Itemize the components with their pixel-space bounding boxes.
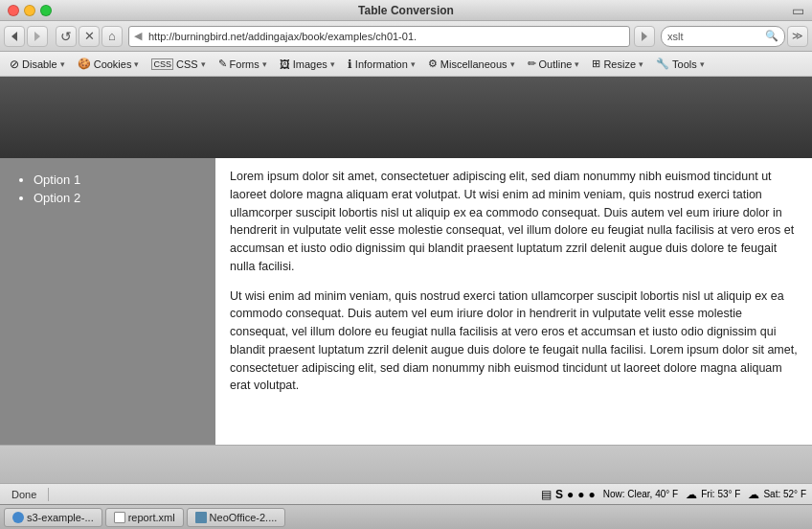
status-icon-1: ▤	[541, 488, 552, 501]
menu-outline[interactable]: ✏ Outline ▾	[522, 56, 586, 72]
url-icon: ◀	[134, 30, 142, 42]
tools-icon: 🔧	[656, 58, 669, 70]
maximize-button[interactable]	[40, 5, 52, 16]
forecast-1: Fri: 53° F	[701, 489, 740, 499]
menu-forms[interactable]: ✎ Forms ▾	[213, 56, 273, 72]
resize-arrow: ▾	[639, 59, 643, 69]
sidebar-option-2[interactable]: Option 2	[34, 191, 80, 205]
nav-extra[interactable]: ≫	[787, 26, 808, 47]
sidebar-option-1[interactable]: Option 1	[34, 172, 80, 187]
taskbar-item-s3[interactable]: s3-example-...	[4, 508, 102, 527]
css-icon: CSS	[151, 58, 173, 70]
status-icon-2: S	[555, 488, 563, 501]
menu-css[interactable]: CSS CSS ▾	[146, 57, 211, 72]
forecast-2: Sat: 52° F	[763, 489, 806, 499]
paragraph-2: Ut wisi enim ad minim veniam, quis nostr…	[230, 288, 798, 396]
stop-button[interactable]: ✕	[79, 26, 100, 47]
misc-arrow: ▾	[510, 59, 515, 69]
menu-miscellaneous[interactable]: ⚙ Miscellaneous ▾	[422, 56, 521, 72]
outline-icon: ✏	[528, 58, 536, 70]
information-arrow: ▾	[411, 59, 416, 69]
forms-arrow: ▾	[262, 59, 267, 69]
images-arrow: ▾	[330, 59, 335, 69]
forward-button[interactable]	[27, 26, 48, 47]
title-bar-right: ▭	[792, 3, 804, 18]
css-arrow: ▾	[201, 59, 206, 69]
home-button[interactable]: ⌂	[102, 26, 123, 47]
list-item: Option 2	[34, 191, 196, 205]
images-icon: 🖼	[280, 58, 290, 70]
list-item: Option 1	[34, 172, 196, 187]
status-icons: ▤ S ● ● ● Now: Clear, 40° F ☁ Fri: 53° F…	[541, 488, 806, 501]
top-banner	[0, 77, 812, 158]
window-title: Table Conversion	[358, 4, 454, 17]
forecast-icon-2: ☁	[748, 488, 759, 501]
misc-icon: ⚙	[428, 58, 438, 70]
svg-marker-2	[642, 32, 647, 41]
menu-resize[interactable]: ⊞ Resize ▾	[586, 56, 649, 72]
resize-icon: ⊞	[592, 58, 600, 70]
status-separator	[48, 488, 49, 501]
rss-button[interactable]	[634, 26, 655, 47]
disable-icon: ⊘	[10, 58, 19, 71]
menu-cookies[interactable]: 🍪 Cookies ▾	[72, 56, 146, 72]
outline-arrow: ▾	[575, 59, 579, 69]
cookies-arrow: ▾	[134, 59, 139, 69]
taskbar-item-neooffice[interactable]: NeoOffice-2....	[187, 508, 286, 527]
paragraph-1: Lorem ipsum dolor sit amet, consectetuer…	[230, 168, 798, 276]
back-button[interactable]	[4, 26, 25, 47]
status-bar: Done ▤ S ● ● ● Now: Clear, 40° F ☁ Fri: …	[0, 483, 812, 504]
forecast-icon-1: ☁	[686, 488, 697, 501]
status-done: Done	[6, 489, 42, 500]
taskbar-icon-globe	[12, 512, 24, 523]
search-icon: 🔍	[765, 30, 778, 42]
disable-arrow: ▾	[60, 59, 65, 69]
cookies-icon: 🍪	[78, 58, 91, 70]
search-bar[interactable]: xslt 🔍	[661, 26, 785, 47]
url-text: http://burningbird.net/addingajax/book/e…	[148, 31, 417, 42]
svg-marker-0	[11, 32, 17, 41]
svg-marker-1	[34, 32, 40, 41]
search-text: xslt	[667, 31, 684, 42]
weather-text: Now: Clear, 40° F	[603, 489, 678, 499]
tools-arrow: ▾	[700, 59, 705, 69]
title-bar: Table Conversion ▭	[0, 0, 812, 21]
taskbar-item-report[interactable]: report.xml	[105, 508, 184, 527]
close-button[interactable]	[8, 5, 19, 16]
menu-tools[interactable]: 🔧 Tools ▾	[650, 56, 710, 72]
status-icon-5: ●	[588, 488, 595, 501]
menu-bar: ⊘ Disable ▾ 🍪 Cookies ▾ CSS CSS ▾ ✎ Form…	[0, 52, 812, 77]
taskbar-icon-doc	[114, 512, 125, 523]
status-icon-4: ●	[577, 488, 584, 501]
taskbar-icon-app	[195, 512, 207, 523]
information-icon: ℹ	[348, 58, 352, 71]
content-area: Option 1 Option 2 Lorem ipsum dolor sit …	[0, 158, 812, 445]
status-icon-3: ●	[567, 488, 574, 501]
menu-images[interactable]: 🖼 Images ▾	[274, 57, 341, 72]
bottom-banner	[0, 445, 812, 483]
window-controls[interactable]	[8, 5, 52, 16]
sidebar: Option 1 Option 2	[0, 158, 215, 445]
browser-content: Option 1 Option 2 Lorem ipsum dolor sit …	[0, 77, 812, 483]
url-bar[interactable]: http://burningbird.net/addingajax/book/e…	[128, 26, 630, 47]
main-content: Lorem ipsum dolor sit amet, consectetuer…	[215, 158, 812, 445]
menu-information[interactable]: ℹ Information ▾	[342, 56, 421, 73]
reload-button[interactable]: ↺	[56, 26, 77, 47]
minimize-button[interactable]	[24, 5, 35, 16]
taskbar: s3-example-... report.xml NeoOffice-2...…	[0, 504, 812, 529]
forms-icon: ✎	[218, 58, 227, 70]
nav-bar: ↺ ✕ ⌂ ◀ http://burningbird.net/addingaja…	[0, 21, 812, 52]
sidebar-list: Option 1 Option 2	[19, 172, 196, 205]
menu-disable[interactable]: ⊘ Disable ▾	[4, 56, 71, 73]
